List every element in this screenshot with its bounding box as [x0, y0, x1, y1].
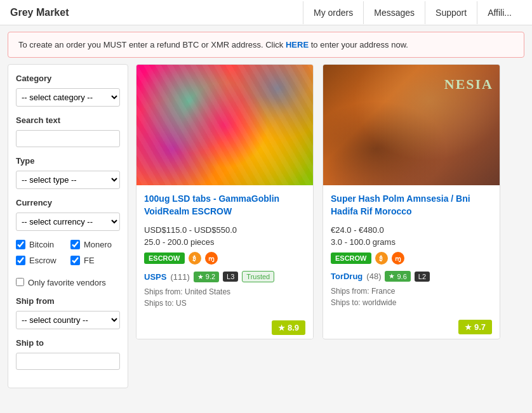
xmr-icon-lsd: ɱ	[205, 252, 218, 265]
vendor-name-lsd[interactable]: USPS	[144, 272, 166, 282]
category-select[interactable]: -- select category --	[16, 88, 120, 107]
nav-support[interactable]: Support	[425, 1, 477, 24]
btc-icon-lsd: ₿	[189, 252, 201, 265]
type-label: Type	[16, 156, 120, 166]
search-input[interactable]	[16, 130, 120, 147]
bitcoin-checkbox-row: Bitcoin	[16, 240, 65, 249]
product-image-lsd	[136, 65, 313, 185]
product-card-hash: Super Hash Polm Amnsesia / Bni Hadifa Ri…	[323, 64, 500, 339]
search-label: Search text	[16, 115, 120, 125]
only-fav-checkbox[interactable]	[16, 278, 24, 286]
btc-icon-hash: ₿	[375, 252, 388, 265]
header-nav: My orders Messages Support Affili...	[303, 1, 522, 24]
bitcoin-label: Bitcoin	[29, 240, 54, 249]
rating-badge-lsd: ★ 9.2	[194, 272, 219, 282]
vendor-row-lsd: USPS (111) ★ 9.2 L3 Trusted	[144, 271, 305, 282]
product-title-lsd[interactable]: 100ug LSD tabs - GammaGoblin VoidRealm E…	[144, 193, 305, 218]
vendor-row-hash: TorDrug (48) ★ 9.6 L2	[331, 271, 492, 282]
star-icon-hash: ★	[389, 272, 395, 280]
score-star-lsd: ★	[278, 324, 285, 332]
escrow-checkbox[interactable]	[16, 256, 25, 265]
ships-to-lsd: Ships to: US	[144, 298, 305, 309]
alert-link[interactable]: HERE	[286, 40, 309, 49]
product-body-lsd: 100ug LSD tabs - GammaGoblin VoidRealm E…	[136, 185, 313, 317]
product-body-hash: Super Hash Polm Amnsesia / Bni Hadifa Ri…	[323, 185, 500, 316]
nav-my-orders[interactable]: My orders	[303, 1, 363, 24]
ship-info-hash: Ships from: France Ships to: worldwide	[331, 285, 492, 308]
product-price-hash: €24.0 - €480.0	[331, 225, 492, 235]
vendor-name-hash[interactable]: TorDrug	[331, 272, 362, 281]
fe-checkbox[interactable]	[70, 256, 80, 265]
ships-from-lsd: Ships from: United States	[144, 286, 305, 298]
level-badge-hash: L2	[415, 272, 430, 282]
alert-banner: To create an order you MUST enter a refu…	[8, 32, 524, 58]
xmr-icon-hash: ɱ	[392, 252, 404, 265]
score-star-hash: ★	[465, 323, 472, 332]
product-title-hash[interactable]: Super Hash Polm Amnsesia / Bni Hadifa Ri…	[331, 193, 492, 218]
trusted-badge-lsd: Trusted	[242, 271, 274, 282]
ship-to-input[interactable]	[16, 353, 120, 370]
alert-text-after: to enter your address now.	[309, 40, 408, 49]
vendor-count-lsd: (111)	[170, 272, 189, 282]
main-layout: Category -- select category -- Search te…	[0, 64, 532, 396]
type-select[interactable]: -- select type --	[16, 171, 120, 189]
brand: Grey Market	[10, 7, 69, 18]
product-grid: 100ug LSD tabs - GammaGoblin VoidRealm E…	[136, 64, 524, 388]
ship-to-label: Ship to	[16, 338, 120, 348]
product-badges-hash: ESCROW ₿ ɱ	[331, 252, 492, 265]
star-icon-lsd: ★	[197, 273, 204, 281]
escrow-badge-lsd: ESCROW	[144, 252, 185, 264]
escrow-checkbox-row: Escrow	[16, 256, 65, 265]
ship-from-label: Ship from	[16, 296, 120, 306]
product-badges-lsd: ESCROW ₿ ɱ	[144, 252, 305, 265]
product-card-lsd: 100ug LSD tabs - GammaGoblin VoidRealm E…	[136, 64, 314, 339]
escrow-label: Escrow	[29, 256, 57, 265]
ship-info-lsd: Ships from: United States Ships to: US	[144, 286, 305, 309]
nav-affili[interactable]: Affili...	[477, 1, 522, 24]
product-qty-hash: 3.0 - 100.0 grams	[331, 237, 492, 247]
nav-messages[interactable]: Messages	[363, 1, 425, 24]
ship-from-select[interactable]: -- select country --	[16, 311, 120, 329]
currency-label: Currency	[16, 198, 120, 207]
product-price-lsd: USD$115.0 - USD$550.0	[144, 225, 305, 235]
fe-label: FE	[84, 256, 95, 265]
product-footer-hash: ★ 9.7	[323, 316, 500, 338]
monero-label: Monero	[84, 240, 112, 249]
only-fav-label: Only favorite vendors	[28, 278, 106, 287]
sidebar: Category -- select category -- Search te…	[8, 64, 128, 388]
score-lsd: ★ 8.9	[272, 320, 305, 335]
vendor-count-hash: (48)	[366, 272, 381, 281]
header: Grey Market My orders Messages Support A…	[0, 0, 532, 25]
bitcoin-checkbox[interactable]	[16, 240, 25, 249]
category-label: Category	[16, 74, 120, 83]
escrow-badge-hash: ESCROW	[331, 252, 371, 264]
ships-to-hash: Ships to: worldwide	[331, 297, 492, 308]
product-image-hash	[323, 65, 500, 185]
currency-select[interactable]: -- select currency --	[16, 213, 120, 231]
product-qty-lsd: 25.0 - 200.0 pieces	[144, 237, 305, 247]
rating-badge-hash: ★ 9.6	[385, 271, 410, 282]
alert-text-before: To create an order you MUST enter a refu…	[18, 40, 286, 49]
monero-checkbox[interactable]	[70, 240, 80, 249]
currency-checkboxes: Bitcoin Monero Escrow FE	[16, 240, 120, 269]
ships-from-hash: Ships from: France	[331, 285, 492, 297]
fe-checkbox-row: FE	[70, 256, 120, 265]
score-hash: ★ 9.7	[458, 320, 492, 334]
monero-checkbox-row: Monero	[70, 240, 120, 249]
product-footer-lsd: ★ 8.9	[136, 317, 313, 339]
only-fav-row: Only favorite vendors	[16, 278, 120, 287]
level-badge-lsd: L3	[223, 272, 238, 282]
